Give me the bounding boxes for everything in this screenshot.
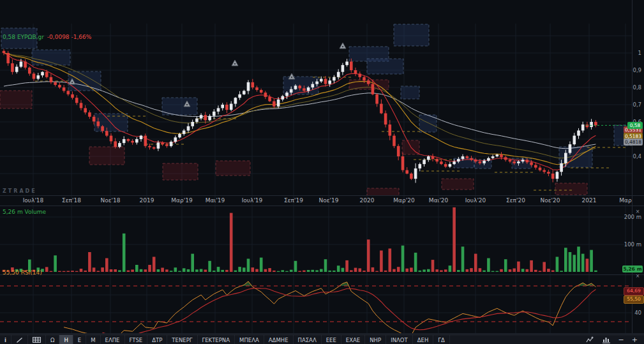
rsi-indicator-label: RSI(14): [21, 269, 42, 276]
svg-text:Μαι'20: Μαι'20: [429, 197, 449, 204]
svg-text:40: 40: [634, 310, 641, 316]
zoom-in-button[interactable]: +: [628, 336, 641, 344]
svg-text:Μαι'19: Μαι'19: [206, 197, 225, 204]
symbol-label: ΕΥΡΩΒ.gr: [17, 34, 44, 40]
table-icon[interactable]: [28, 335, 46, 344]
svg-text:Μαρ: Μαρ: [619, 197, 632, 204]
last-price-label: 0,58: [3, 34, 15, 40]
zoom-out-button[interactable]: −: [615, 336, 628, 344]
ztrade-watermark: ZTRADE: [3, 188, 37, 194]
svg-text:Ιουλ'20: Ιουλ'20: [465, 197, 486, 204]
last-price-badge: 0,58: [627, 122, 643, 129]
change-label: -0,0098: [47, 34, 70, 40]
ticker-button-ΔΕΗ[interactable]: ΔΕΗ: [413, 335, 434, 344]
svg-text:0,7: 0,7: [633, 101, 641, 108]
svg-text:0,9: 0,9: [633, 67, 641, 73]
omega-button[interactable]: Ω: [46, 335, 60, 344]
rsi-legend: 55,50 RSI(14): [3, 269, 42, 276]
svg-text:100 m: 100 m: [624, 241, 641, 248]
svg-text:2019: 2019: [140, 197, 154, 204]
ticker-button-ΕΧΑΕ[interactable]: ΕΧΑΕ: [341, 335, 365, 344]
svg-text:1: 1: [638, 50, 641, 56]
timeframe-button-Μ[interactable]: Μ: [86, 335, 100, 344]
ticker-button-ΙΝΛΟΤ[interactable]: ΙΝΛΟΤ: [386, 335, 413, 344]
ticker-button-ΜΠΕΛΑ[interactable]: ΜΠΕΛΑ: [235, 335, 264, 344]
volume-value-label: 5,26 m: [3, 209, 23, 215]
ma-slow-badge: 0,4818: [624, 138, 643, 146]
svg-text:0,4: 0,4: [633, 153, 641, 160]
svg-text:Σεπ'18: Σεπ'18: [62, 197, 81, 204]
svg-text:Νοε'19: Νοε'19: [318, 197, 338, 204]
change-pct-label: -1,66%: [71, 34, 91, 40]
svg-text:Νοε'20: Νοε'20: [540, 197, 560, 204]
ticker-button-ΤΕΝΕΡΓ[interactable]: ΤΕΝΕΡΓ: [167, 335, 197, 344]
ticker-button-ΓΕΚΤΕΡΝΑ[interactable]: ΓΕΚΤΕΡΝΑ: [198, 335, 236, 344]
draw-icon[interactable]: [11, 335, 28, 344]
ticker-button-FTSE[interactable]: FTSE: [125, 335, 148, 344]
svg-text:2021: 2021: [582, 197, 597, 204]
rsi-ma-badge: 64,69: [624, 287, 644, 295]
ticker-button-ΝΗΡ[interactable]: ΝΗΡ: [365, 335, 386, 344]
svg-text:Μαρ'20: Μαρ'20: [393, 197, 415, 204]
ticker-button-ΔΤΡ[interactable]: ΔΤΡ: [147, 335, 167, 344]
ticker-button-ΑΔΜΗΕ[interactable]: ΑΔΜΗΕ: [264, 335, 294, 344]
histogram-icon[interactable]: [599, 336, 615, 343]
trend-chart-icon[interactable]: [582, 336, 599, 343]
volume-legend: 5,26 m Volume: [3, 209, 46, 215]
svg-text:Σεπ'19: Σεπ'19: [284, 197, 303, 204]
svg-text:Σεπ'20: Σεπ'20: [506, 197, 525, 204]
svg-text:Μαρ'19: Μαρ'19: [171, 197, 193, 204]
svg-text:2020: 2020: [360, 197, 375, 204]
ticker-button-ΠΑΣΑΛ[interactable]: ΠΑΣΑΛ: [294, 335, 322, 344]
svg-text:Ιουλ'19: Ιουλ'19: [242, 197, 263, 204]
chart-canvas[interactable]: 10,90,80,70,60,4200 m100 m6040Ιουλ'18Σεπ…: [0, 0, 644, 334]
ticker-button-ΕΛΠΕ[interactable]: ΕΛΠΕ: [101, 335, 125, 344]
timeframe-button-Ε[interactable]: Ε: [73, 335, 86, 344]
rsi-value-label: 55,50: [3, 269, 19, 276]
trading-platform-window: { "window": {"width": 1009, "height": 53…: [0, 0, 644, 344]
svg-text:Ιουλ'18: Ιουλ'18: [23, 197, 44, 204]
volume-pane-close-icon[interactable]: ×: [634, 209, 641, 215]
timeframe-button-Η[interactable]: Η: [59, 335, 73, 344]
volume-indicator-label: Volume: [25, 209, 46, 215]
volume-badge: 5,26 m: [622, 265, 643, 273]
bottom-toolbar: i Ω ΗΕΜΕΛΠΕFTSEΔΤΡΤΕΝΕΡΓΓΕΚΤΕΡΝΑΜΠΕΛΑΑΔΜ…: [0, 334, 644, 344]
rsi-value-badge: 55,50: [624, 295, 644, 304]
ticker-button-ΓΔ[interactable]: ΓΔ: [433, 335, 450, 344]
symbol-legend: 0,58 ΕΥΡΩΒ.gr-0,0098 -1,66%: [3, 34, 91, 40]
svg-text:0,8: 0,8: [633, 84, 641, 91]
ticker-button-ΕΕΕ[interactable]: ΕΕΕ: [322, 335, 341, 344]
rsi-pane-close-icon[interactable]: ×: [634, 273, 641, 280]
info-button[interactable]: i: [0, 335, 11, 344]
svg-text:Νοε'18: Νοε'18: [100, 197, 120, 204]
